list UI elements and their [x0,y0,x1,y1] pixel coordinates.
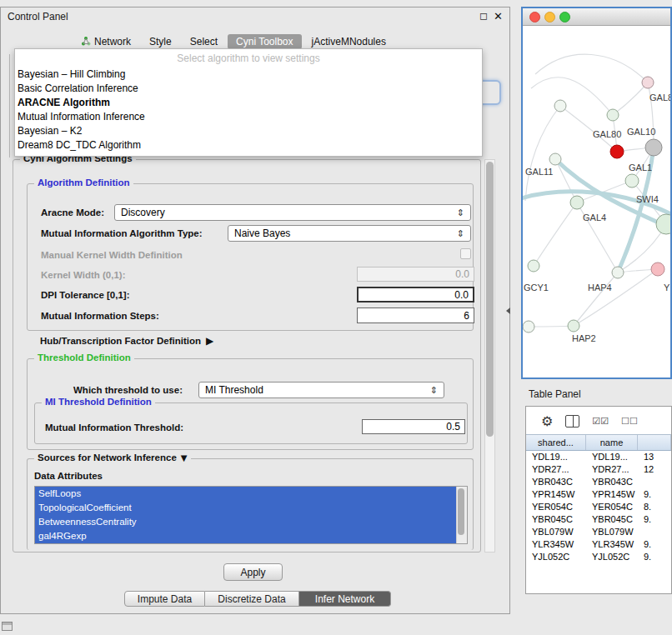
table-row[interactable]: YDL19...YDL19...13 [526,451,671,463]
algorithm-option-dream8-dc-tdc-algorithm[interactable]: Dream8 DC_TDC Algorithm [15,138,482,152]
algorithm-definition-title: Algorithm Definition [34,178,133,188]
table-column-header[interactable]: shared... [526,435,586,450]
network-edge[interactable] [555,159,577,202]
network-node[interactable] [612,267,624,278]
settings-scrollbar-thumb[interactable] [486,162,494,437]
table-cell: 9. [638,513,671,526]
table-cell: YJL052C [586,551,638,563]
attributes-list-scrollbar[interactable] [456,487,467,543]
attribute-item-betweennesscentrality[interactable]: BetweennessCentrality [35,515,457,529]
which-threshold-label: Which threshold to use: [73,385,183,395]
network-node[interactable] [568,320,579,332]
table-row[interactable]: YJL052CYJL052C9. [526,551,671,563]
sources-title-text: Sources for Network Inference [38,452,177,462]
bottom-tab-discretize-data[interactable]: Discretize Data [205,591,299,607]
tab-style[interactable]: Style [141,34,180,49]
table-row[interactable]: YBL079WYBL079W [526,526,671,538]
mi-threshold-field[interactable] [362,419,465,434]
tab-network[interactable]: Network [73,34,139,50]
table-cell: YLR345W [586,538,638,551]
table-toolbar: ⚙ ☑☑ ☐☐ [526,407,671,434]
network-node[interactable] [554,100,566,112]
attribute-item-topologicalcoefficient[interactable]: TopologicalCoefficient [35,501,457,515]
network-node[interactable] [549,153,561,165]
table-cell: YBL079W [526,526,586,538]
network-node[interactable] [625,174,639,188]
network-node[interactable] [656,214,670,234]
select-all-checkboxes-icon[interactable]: ☑☑ [592,416,609,427]
attributes-list-scrollbar-thumb[interactable] [458,488,464,535]
tab-label: Style [149,36,172,48]
minimize-button[interactable] [544,12,555,22]
clear-all-checkboxes-icon[interactable]: ☐☐ [621,416,638,427]
kernel-width-field[interactable] [357,267,474,282]
network-edge[interactable] [613,82,648,115]
hub-definition-toggle[interactable]: Hub/Transcription Factor Definition ▶ [40,335,213,347]
combo-arrows-icon: ⇕ [457,208,464,218]
close-window-icon[interactable]: ✕ [494,10,503,22]
minimized-window-icon[interactable] [2,622,13,631]
table-row[interactable]: YLR345WYLR345W9. [526,538,671,551]
data-attributes-list[interactable]: SelfLoopsTopologicalCoefficientBetweenne… [34,486,468,544]
network-node[interactable] [610,145,624,158]
aracne-mode-combo[interactable]: Discovery ⇕ [114,204,471,221]
splitter-handle[interactable] [506,308,510,314]
algorithm-option-aracne-algorithm[interactable]: ARACNE Algorithm [15,96,482,110]
network-node-label: HAP2 [572,333,596,343]
settings-scrollbar[interactable] [484,159,495,552]
sources-group-title[interactable]: Sources for Network Inference ▼ [34,452,191,462]
table-row[interactable]: YER054CYER054C8. [526,501,671,513]
float-window-icon[interactable]: ◻ [479,10,488,22]
mi-algorithm-type-combo[interactable]: Naive Bayes ⇕ [228,225,471,242]
table-cell [638,476,671,488]
threshold-definition-title: Threshold Definition [34,352,134,362]
bottom-tab-bar: Impute DataDiscretize DataInfer Network [124,591,391,607]
bottom-tab-infer-network[interactable]: Infer Network [299,591,391,607]
attribute-item-gal4rgexp[interactable]: gal4RGexp [35,529,457,543]
table-header[interactable]: shared...name [526,434,671,451]
which-threshold-combo[interactable]: MI Threshold ⇕ [198,382,444,398]
hub-definition-label: Hub/Transcription Factor Definition [40,336,201,346]
network-node[interactable] [523,321,534,332]
table-column-header[interactable]: name [586,435,638,450]
tab-jactivemnodules[interactable]: jActiveMNodules [303,34,394,49]
columns-icon[interactable] [565,415,579,428]
table-row[interactable]: YBR043CYBR043C [526,476,671,488]
network-node[interactable] [642,77,654,88]
network-node[interactable] [645,139,662,156]
table-cell [638,526,671,538]
network-node[interactable] [570,196,584,209]
zoom-button[interactable] [559,12,570,22]
algorithm-option-bayesian-k2[interactable]: Bayesian – K2 [15,124,482,138]
network-edge[interactable] [531,78,613,115]
network-edge[interactable] [534,202,577,266]
table-row[interactable]: YPR145WYPR145W9. [526,488,671,501]
apply-button[interactable]: Apply [223,563,283,581]
network-node[interactable] [528,260,539,272]
table-row[interactable]: YDR27...YDR27...12 [526,463,671,476]
bottom-tab-impute-data[interactable]: Impute Data [124,591,205,607]
network-edge[interactable] [529,326,574,327]
combo-arrows-icon: ⇕ [430,385,438,396]
mi-steps-field[interactable] [357,308,474,323]
network-node-label: GAL1 [629,162,652,172]
algorithm-option-basic-correlation-inference[interactable]: Basic Correlation Inference [15,82,482,96]
algorithm-option-bayesian-hill-climbing[interactable]: Bayesian – Hill Climbing [15,68,482,82]
table-cell: 12 [638,463,671,476]
attribute-item-selfloops[interactable]: SelfLoops [35,487,457,501]
tab-cyni-toolbox[interactable]: Cyni Toolbox [228,34,301,49]
algorithm-dropdown-prompt: Select algorithm to view settings [15,49,482,68]
table-column-header[interactable] [638,435,671,450]
network-node[interactable] [651,262,664,276]
network-node[interactable] [607,109,619,121]
manual-kernel-width-checkbox[interactable] [460,248,471,259]
gear-icon[interactable]: ⚙ [541,413,553,429]
tab-select[interactable]: Select [182,34,226,49]
network-canvas-svg[interactable]: GAL8GAL80GAL10GAL11GAL1SWI4GAL4GCY1HAP4Y… [523,26,670,378]
table-row[interactable]: YBR045CYBR045C9. [526,513,671,526]
network-node-label: GAL10 [627,127,655,137]
network-edge[interactable] [574,272,618,326]
close-button[interactable] [529,12,540,22]
dpi-tolerance-field[interactable] [357,287,474,302]
algorithm-option-mutual-information-inference[interactable]: Mutual Information Inference [15,110,482,124]
